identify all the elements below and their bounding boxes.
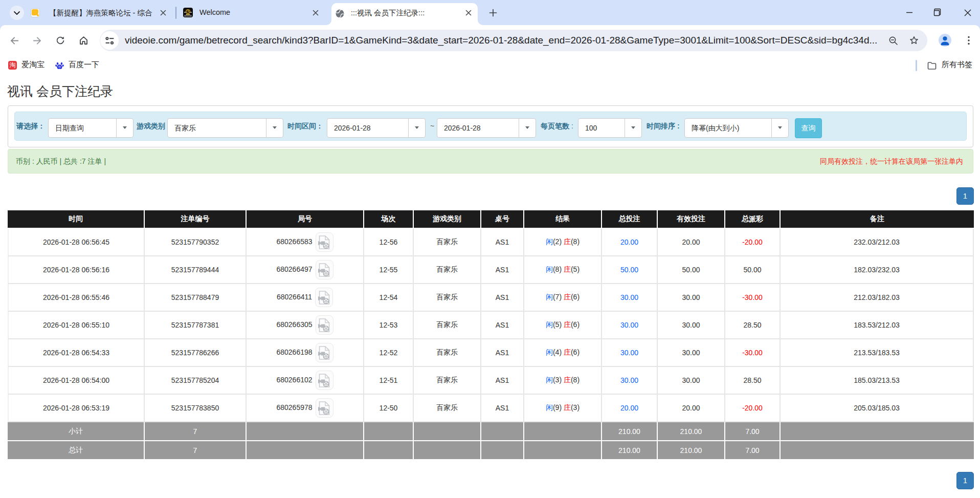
svg-text:du: du [58,66,61,68]
